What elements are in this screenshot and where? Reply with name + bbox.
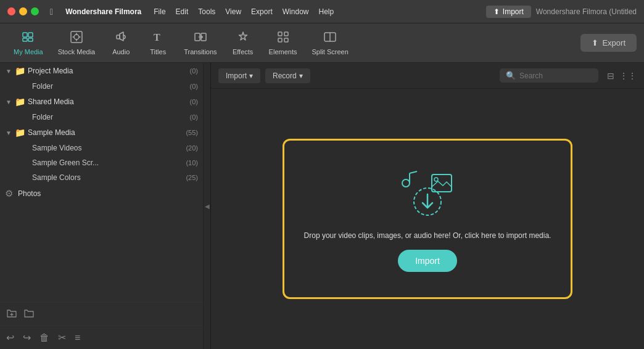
photos-label: Photos	[18, 189, 198, 198]
shared-folder-count: (0)	[190, 113, 198, 121]
elements-icon	[276, 30, 290, 46]
import-dropdown-icon: ▾	[249, 72, 253, 80]
tool-effects[interactable]: Effects	[226, 27, 260, 59]
sidebar-item-shared-media[interactable]: ▼ 📁 Shared Media (0)	[0, 94, 203, 110]
shared-media-count: (0)	[190, 98, 198, 105]
collapse-arrow-icon: ◀	[205, 203, 210, 210]
import-tab-label: Import	[503, 7, 524, 16]
search-input[interactable]	[519, 72, 592, 80]
svg-line-18	[410, 171, 417, 173]
sidebar-item-project-media[interactable]: ▼ 📁 Project Media (0)	[0, 63, 203, 79]
tool-elements-label: Elements	[269, 48, 297, 55]
svg-rect-11	[284, 32, 288, 36]
window-title: Wondershare Filmora (Untitled	[536, 7, 637, 16]
import-media-button[interactable]: Import	[398, 250, 457, 272]
chevron-down-icon: ▼	[5, 99, 12, 105]
svg-point-20	[434, 178, 438, 181]
search-icon: 🔍	[506, 71, 516, 80]
adjust-icon[interactable]: ≡	[75, 332, 80, 343]
sidebar-item-sample-videos[interactable]: Sample Videos (20)	[0, 141, 203, 155]
sidebar-item-photos[interactable]: ⚙ Photos	[0, 185, 203, 202]
sidebar-item-sample-green-screen[interactable]: Sample Green Scr... (10)	[0, 155, 203, 170]
menu-export[interactable]: Export	[251, 7, 273, 16]
tool-effects-label: Effects	[233, 48, 253, 55]
record-button[interactable]: Record ▾	[265, 68, 310, 83]
project-folder-label: Folder	[32, 82, 188, 91]
svg-rect-0	[23, 33, 27, 37]
new-folder-icon[interactable]	[6, 308, 17, 321]
folder-icon: 📁	[15, 66, 25, 76]
minimize-button[interactable]	[19, 7, 27, 15]
filter-icon[interactable]: ⊟	[607, 71, 614, 81]
sidebar-section-sample-media: ▼ 📁 Sample Media (55) Sample Videos (20)…	[0, 125, 203, 185]
project-media-count: (0)	[190, 67, 198, 75]
chevron-down-icon: ▼	[5, 68, 12, 75]
menu-tools[interactable]: Tools	[198, 7, 215, 16]
menu-window[interactable]: Window	[283, 7, 309, 16]
folder-icon: 📁	[15, 128, 25, 138]
menu-view[interactable]: View	[225, 7, 241, 16]
svg-rect-6	[117, 35, 120, 39]
close-button[interactable]	[7, 7, 15, 15]
import-tab[interactable]: ⬆ Import	[486, 6, 531, 18]
tool-elements[interactable]: Elements	[263, 27, 303, 59]
record-label: Record	[273, 72, 297, 80]
sample-videos-label: Sample Videos	[32, 144, 183, 152]
tool-audio-label: Audio	[112, 48, 130, 55]
tool-my-media[interactable]: My Media	[7, 27, 49, 59]
drop-area: Drop your video clips, images, or audio …	[211, 89, 644, 349]
import-label: Import	[226, 72, 247, 80]
maximize-button[interactable]	[31, 7, 39, 15]
sidebar-item-shared-folder[interactable]: Folder (0)	[0, 110, 203, 125]
import-tab-icon: ⬆	[493, 7, 500, 16]
sample-media-label: Sample Media	[28, 128, 183, 137]
sidebar-bottom-bar	[0, 302, 203, 326]
sample-green-screen-label: Sample Green Scr...	[32, 158, 183, 167]
tool-transitions-label: Transitions	[184, 48, 217, 55]
split-screen-icon	[323, 30, 337, 46]
audio-icon	[114, 30, 128, 46]
cut-icon[interactable]: ✂	[58, 332, 66, 343]
sidebar-item-project-folder[interactable]: Folder (0)	[0, 79, 203, 94]
grid-view-icon[interactable]: ⋮⋮	[619, 71, 637, 81]
tool-split-screen[interactable]: Split Screen	[305, 27, 354, 59]
gear-icon: ⚙	[5, 188, 13, 199]
svg-rect-19	[432, 175, 452, 192]
menu-help[interactable]: Help	[318, 7, 334, 16]
import-button[interactable]: Import ▾	[218, 68, 260, 83]
delete-icon[interactable]: 🗑	[39, 332, 49, 343]
menu-file[interactable]: File	[154, 7, 165, 16]
tool-audio[interactable]: Audio	[104, 27, 138, 59]
shared-folder-label: Folder	[32, 113, 188, 121]
tool-titles[interactable]: T Titles	[141, 27, 175, 59]
redo-icon[interactable]: ↪	[23, 332, 31, 343]
sidebar-content: ▼ 📁 Project Media (0) Folder (0) ▼ 📁 Sha…	[0, 63, 203, 302]
toolbar: My Media Stock Media Audio T Titles Tran…	[0, 23, 644, 63]
svg-rect-10	[278, 32, 282, 36]
tool-transitions[interactable]: Transitions	[178, 27, 223, 59]
drop-zone-text: Drop your video clips, images, or audio …	[304, 231, 551, 240]
stock-media-icon	[70, 30, 83, 46]
undo-icon[interactable]: ↩	[6, 332, 14, 343]
folder-icon: 📁	[15, 97, 25, 107]
titles-icon: T	[151, 30, 165, 46]
tool-stock-media-label: Stock Media	[58, 48, 96, 55]
drop-zone[interactable]: Drop your video clips, images, or audio …	[283, 139, 572, 299]
svg-rect-12	[278, 38, 282, 42]
tool-stock-media[interactable]: Stock Media	[52, 27, 102, 59]
svg-text:T: T	[154, 32, 160, 43]
menu-edit[interactable]: Edit	[176, 7, 189, 16]
export-button[interactable]: ⬆ Export	[580, 34, 637, 52]
export-label: Export	[602, 38, 625, 47]
collapse-handle[interactable]: ◀	[204, 63, 211, 349]
tool-my-media-label: My Media	[14, 48, 43, 55]
sample-media-count: (55)	[186, 129, 198, 136]
record-dropdown-icon: ▾	[299, 72, 303, 80]
sidebar-section-project-media: ▼ 📁 Project Media (0) Folder (0)	[0, 63, 203, 94]
sidebar-item-sample-media[interactable]: ▼ 📁 Sample Media (55)	[0, 125, 203, 141]
folder-icon[interactable]	[23, 308, 35, 321]
transitions-icon	[194, 30, 207, 46]
tool-titles-label: Titles	[150, 48, 166, 55]
sidebar-item-sample-colors[interactable]: Sample Colors (25)	[0, 170, 203, 185]
svg-point-5	[74, 35, 79, 39]
